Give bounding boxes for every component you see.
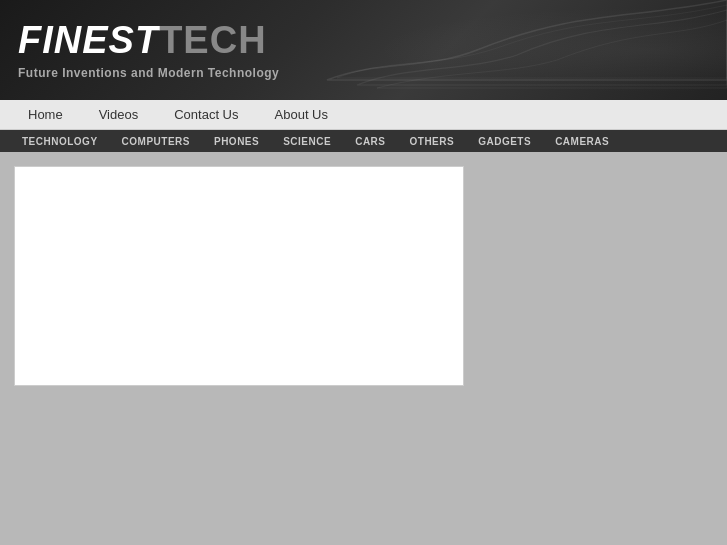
nav-item-phones[interactable]: PHONES <box>202 133 271 150</box>
content-box <box>14 166 464 386</box>
nav-item-videos[interactable]: Videos <box>81 101 157 128</box>
nav-item-contact[interactable]: Contact Us <box>156 101 256 128</box>
site-header: FINESTTECH Future Inventions and Modern … <box>0 0 727 100</box>
nav-item-technology[interactable]: TECHNOLOGY <box>10 133 110 150</box>
nav-item-others[interactable]: OTHERS <box>398 133 467 150</box>
nav-item-cameras[interactable]: CAMERAS <box>543 133 621 150</box>
nav-item-cars[interactable]: CARS <box>343 133 397 150</box>
primary-nav: Home Videos Contact Us About Us <box>0 100 727 130</box>
secondary-nav: TECHNOLOGY COMPUTERS PHONES SCIENCE CARS… <box>0 130 727 152</box>
nav-item-science[interactable]: SCIENCE <box>271 133 343 150</box>
page-wrapper: FINESTTECH Future Inventions and Modern … <box>0 0 727 542</box>
nav-item-gadgets[interactable]: GADGETS <box>466 133 543 150</box>
nav-item-computers[interactable]: COMPUTERS <box>110 133 202 150</box>
nav-item-home[interactable]: Home <box>10 101 81 128</box>
title-finest: FINEST <box>18 19 159 61</box>
title-tech: TECH <box>159 19 266 61</box>
content-area <box>0 152 727 542</box>
nav-item-about[interactable]: About Us <box>257 101 346 128</box>
